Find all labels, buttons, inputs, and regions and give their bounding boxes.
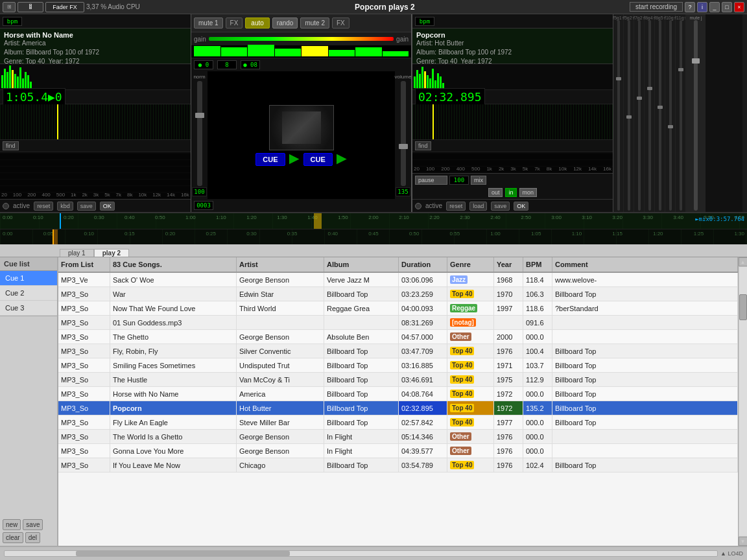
- td-comment: [552, 330, 738, 344]
- close-icon[interactable]: ×: [734, 2, 744, 12]
- mon-button[interactable]: mon: [519, 188, 538, 197]
- minimize-icon[interactable]: _: [709, 2, 720, 12]
- pitch-right: 135: [396, 187, 410, 196]
- mix-button[interactable]: mix: [471, 176, 486, 185]
- scroll-up-arrow[interactable]: ▲: [739, 257, 748, 266]
- tab-play1[interactable]: play 1: [60, 249, 94, 257]
- left-fader[interactable]: [197, 81, 202, 186]
- active-indicator-left: [3, 203, 9, 209]
- td-title: Smiling Faces Sometimes: [110, 358, 237, 372]
- td-artist: George Benson: [237, 430, 324, 443]
- master-fader[interactable]: [694, 20, 698, 211]
- fader-2[interactable]: [628, 20, 630, 211]
- scroll-thumb[interactable]: [739, 294, 747, 320]
- fader-1[interactable]: [617, 20, 620, 211]
- kbd-btn-left[interactable]: kbd: [57, 202, 73, 211]
- sidebar-cue1[interactable]: Cue 1: [0, 271, 57, 286]
- pause-button[interactable]: pause: [415, 176, 447, 185]
- td-comment: www.welove-: [552, 273, 738, 286]
- find-button-left[interactable]: find: [3, 141, 19, 150]
- td-genre: [notag]: [447, 316, 494, 329]
- fader-3[interactable]: [638, 20, 641, 211]
- track-row[interactable]: MP3_So The World Is a Ghetto George Bens…: [58, 430, 738, 444]
- strip-1: f5g1↑: [613, 14, 624, 212]
- scroll-down-arrow[interactable]: ▼: [739, 537, 748, 546]
- fader-group: f5g1↑ f5g2↑ f7g2↑: [613, 14, 742, 212]
- cue2-button[interactable]: CUE: [303, 153, 333, 166]
- scrollbar-vertical[interactable]: ▲ ▼: [738, 257, 747, 546]
- sidebar-cue2[interactable]: Cue 2: [0, 286, 57, 301]
- fader-7[interactable]: [680, 20, 682, 211]
- td-year: 1976: [494, 344, 523, 358]
- fx-icon[interactable]: Fader FX: [45, 2, 84, 12]
- info-icon[interactable]: i: [697, 2, 707, 12]
- new-button[interactable]: new: [3, 519, 21, 530]
- track-row[interactable]: MP3_So Smiling Faces Sometimes Undispute…: [58, 358, 738, 373]
- horizontal-scroll-thumb[interactable]: [76, 551, 290, 556]
- track-row[interactable]: MP3_So Gonna Love You More George Benson…: [58, 444, 738, 458]
- track-row[interactable]: MP3_So If You Leave Me Now Chicago Billb…: [58, 458, 738, 472]
- sidebar-cue3[interactable]: Cue 3: [0, 301, 57, 316]
- hint-icon[interactable]: ?: [685, 2, 695, 12]
- right-fader[interactable]: [401, 81, 406, 186]
- save-btn-left[interactable]: save: [77, 202, 96, 211]
- mixer-area: bpm Horse with No Name Artist: America A…: [0, 14, 747, 212]
- fader-5[interactable]: [659, 20, 661, 211]
- track-row[interactable]: MP3_So Fly Like An Eagle Steve Miller Ba…: [58, 415, 738, 430]
- td-artist: Silver Conventic: [237, 344, 324, 358]
- mute1-button[interactable]: mute 1: [194, 18, 223, 29]
- track-row[interactable]: MP3_So 01 Sun Goddess.mp3 08:31.269 [not…: [58, 316, 738, 330]
- save-button[interactable]: save: [23, 519, 43, 530]
- td-comment: Billboard Top: [552, 415, 738, 429]
- deck-right-info: Popcorn Artist: Hot Butter Album: Billbo…: [412, 29, 613, 64]
- track-row[interactable]: MP3_So Popcorn Hot Butter Billboard Top …: [58, 401, 738, 415]
- eq-visualizer-right: [412, 64, 613, 90]
- td-file: MP3_So: [58, 316, 110, 329]
- strip-2: f5g2↑: [624, 14, 634, 212]
- track-row[interactable]: MP3_So Fly, Robin, Fly Silver Conventic …: [58, 344, 738, 358]
- active-row-left: active reset kbd save OK: [0, 199, 191, 212]
- td-comment: [552, 430, 738, 443]
- ok-btn-right[interactable]: OK: [514, 202, 528, 211]
- track-row[interactable]: MP3_So War Edwin Star Billboard Top 03:2…: [58, 287, 738, 301]
- clear-button[interactable]: clear: [3, 532, 23, 543]
- td-genre: Other: [447, 430, 494, 443]
- reset-btn-right[interactable]: reset: [446, 202, 466, 211]
- tab-play2[interactable]: play 2: [94, 249, 129, 257]
- track-row[interactable]: MP3_So Now That We Found Love Third Worl…: [58, 301, 738, 316]
- maximize-icon[interactable]: □: [722, 2, 732, 12]
- play2-button[interactable]: [337, 154, 347, 165]
- td-title: Popcorn: [110, 401, 237, 415]
- find-button-right[interactable]: find: [415, 141, 431, 150]
- save-btn-right[interactable]: save: [491, 202, 510, 211]
- ok-btn-left[interactable]: OK: [100, 202, 115, 211]
- mute2-button[interactable]: mute 2: [300, 18, 329, 29]
- fader-6[interactable]: [669, 20, 672, 211]
- track-row[interactable]: MP3_Ve Sack O' Woe George Benson Verve J…: [58, 273, 738, 287]
- track-row[interactable]: MP3_So Horse with No Name America Billbo…: [58, 387, 738, 401]
- del-button[interactable]: del: [25, 532, 40, 543]
- record-button[interactable]: start recording: [630, 2, 683, 12]
- td-file: MP3_So: [58, 458, 110, 472]
- play-button[interactable]: [289, 154, 300, 165]
- in-button[interactable]: in: [505, 188, 516, 197]
- td-file: MP3_So: [58, 358, 110, 372]
- track-row[interactable]: MP3_So The Hustle Van McCoy & Ti Billboa…: [58, 373, 738, 387]
- mini-waveform: 0:000:050:100:150:200:250:300:350:400:45…: [0, 229, 747, 244]
- fx1-button[interactable]: FX: [226, 18, 243, 29]
- fx2-button[interactable]: FX: [332, 18, 350, 29]
- td-bpm: 106.3: [523, 287, 552, 301]
- out-button[interactable]: out: [488, 188, 503, 197]
- eq-visualizer-left: [0, 64, 191, 90]
- auto-button[interactable]: auto: [245, 18, 269, 29]
- load-btn-right[interactable]: load: [469, 202, 487, 211]
- horizontal-scrollbar[interactable]: [4, 550, 718, 557]
- track-row[interactable]: MP3_So The Ghetto George Benson Absolute…: [58, 330, 738, 344]
- reset-btn-left[interactable]: reset: [34, 202, 53, 211]
- cue1-button[interactable]: CUE: [255, 153, 285, 166]
- strip-4: f8g4↑: [645, 14, 655, 212]
- rando-button[interactable]: rando: [272, 18, 298, 29]
- td-title: The World Is a Ghetto: [110, 430, 237, 443]
- td-file: MP3_Ve: [58, 273, 110, 286]
- fader-4[interactable]: [648, 20, 651, 211]
